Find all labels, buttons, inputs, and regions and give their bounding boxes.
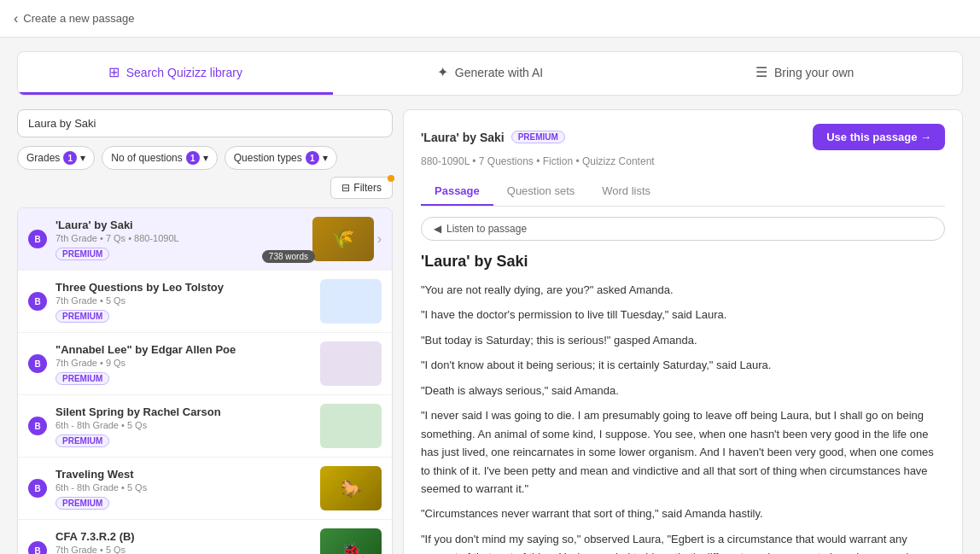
passage-tabs: Passage Question sets Word lists (421, 178, 945, 207)
passage-name: 'Laura' by Saki (421, 131, 505, 144)
listen-label: Listen to passage (446, 223, 527, 235)
passage-paragraph: "Circumstances never warrant that sort o… (421, 504, 945, 522)
premium-badge: PREMIUM (55, 248, 109, 260)
result-meta: 7th Grade • 7 Qs • 880-1090L (55, 233, 306, 243)
listen-icon: ◀ (434, 223, 441, 235)
left-panel: Grades 1 ▾ No of questions 1 ▾ Question … (17, 109, 393, 554)
questions-label: No of questions (111, 152, 182, 164)
list-item[interactable]: B Three Questions by Leo Tolstoy 7th Gra… (18, 271, 392, 333)
tab-passage-label: Passage (435, 184, 480, 197)
result-title: CFA 7.3.R.2 (B) (55, 530, 313, 543)
result-content: Three Questions by Leo Tolstoy 7th Grade… (55, 281, 313, 323)
top-bar-title: Create a new passage (23, 12, 134, 25)
tab-ai[interactable]: ✦ Generate with AI (333, 52, 648, 95)
result-content: Traveling West 6th - 8th Grade • 5 Qs PR… (55, 468, 313, 510)
premium-badge: PREMIUM (55, 497, 109, 510)
passage-paragraph: "I never said I was going to die. I am p… (421, 406, 945, 498)
grades-chevron: ▾ (80, 152, 85, 164)
result-title: "Annabel Lee" by Edgar Allen Poe (55, 343, 313, 356)
grades-label: Grades (26, 152, 60, 164)
result-title: Silent Spring by Rachel Carson (55, 405, 313, 418)
result-thumb: 🐞 (320, 528, 382, 554)
result-content: CFA 7.3.R.2 (B) 7th Grade • 5 Qs PREMIUM (55, 530, 313, 555)
list-item[interactable]: B CFA 7.3.R.2 (B) 7th Grade • 5 Qs PREMI… (18, 520, 392, 554)
library-tab-label: Search Quizizz library (126, 66, 242, 79)
result-icon: B (28, 417, 47, 435)
passage-paragraph: "I don't know about it being serious; it… (421, 356, 945, 374)
passage-content: 'Laura' by Saki "You are not really dyin… (421, 253, 945, 554)
passage-tab-word-lists[interactable]: Word lists (588, 178, 664, 206)
filters-label: Filters (353, 182, 382, 194)
premium-badge: PREMIUM (55, 434, 109, 447)
passage-tab-passage[interactable]: Passage (421, 178, 493, 206)
passage-paragraph: "Death is always serious," said Amanda. (421, 382, 945, 399)
premium-badge: PREMIUM (55, 310, 109, 323)
result-content: "Annabel Lee" by Edgar Allen Poe 7th Gra… (55, 343, 313, 385)
tabs-row: ⊞ Search Quizizz library ✦ Generate with… (17, 51, 963, 96)
tab-library[interactable]: ⊞ Search Quizizz library (18, 52, 333, 95)
result-arrow: › (377, 231, 382, 247)
filter-dot (388, 175, 394, 182)
search-box[interactable] (17, 109, 393, 137)
result-meta: 6th - 8th Grade • 5 Qs (55, 420, 313, 430)
tab-word-lists-label: Word lists (602, 184, 650, 197)
result-icon: B (28, 230, 47, 248)
passage-tab-question-sets[interactable]: Question sets (493, 178, 589, 206)
result-thumb: 🐎 (320, 466, 382, 510)
questions-badge: 1 (186, 151, 200, 165)
use-btn-label: Use this passage → (826, 131, 931, 143)
tab-question-sets-label: Question sets (507, 184, 575, 197)
listen-button[interactable]: ◀ Listen to passage (421, 217, 945, 241)
detail-premium-badge: PREMIUM (511, 131, 565, 143)
result-icon: B (28, 541, 47, 554)
ai-tab-label: Generate with AI (455, 66, 544, 79)
library-tab-icon: ⊞ (108, 64, 120, 80)
questions-chevron: ▾ (203, 152, 208, 164)
result-thumb (320, 341, 382, 386)
main-filters-button[interactable]: ⊟ Filters (330, 177, 393, 199)
filter-icon: ⊟ (341, 182, 350, 194)
passage-content-title: 'Laura' by Saki (421, 253, 945, 271)
result-title: Three Questions by Leo Tolstoy (55, 281, 313, 294)
passage-header: 'Laura' by Saki PREMIUM Use this passage… (421, 124, 945, 150)
list-item[interactable]: B 'Laura' by Saki 7th Grade • 7 Qs • 880… (18, 208, 392, 271)
results-list: B 'Laura' by Saki 7th Grade • 7 Qs • 880… (17, 207, 393, 554)
types-label: Question types (234, 152, 302, 164)
list-item[interactable]: B "Annabel Lee" by Edgar Allen Poe 7th G… (18, 333, 392, 395)
tab-own[interactable]: ☰ Bring your own (647, 52, 962, 95)
grades-badge: 1 (63, 151, 77, 165)
list-item[interactable]: B Traveling West 6th - 8th Grade • 5 Qs … (18, 458, 392, 520)
word-count-badge: 738 words (262, 250, 315, 263)
types-badge: 1 (306, 151, 319, 165)
result-meta: 7th Grade • 5 Qs (55, 545, 313, 555)
result-meta: 6th - 8th Grade • 5 Qs (55, 482, 313, 493)
search-input[interactable] (28, 117, 382, 130)
result-icon: B (28, 354, 47, 373)
use-passage-button[interactable]: Use this passage → (813, 124, 945, 150)
back-button[interactable]: ‹ Create a new passage (14, 11, 134, 26)
result-thumb (320, 279, 382, 324)
list-item[interactable]: B Silent Spring by Rachel Carson 6th - 8… (18, 395, 392, 458)
result-title: 'Laura' by Saki (55, 219, 306, 231)
passage-paragraph: "I have the doctor's permission to live … (421, 306, 945, 324)
questions-filter[interactable]: No of questions 1 ▾ (102, 146, 217, 170)
types-chevron: ▾ (323, 152, 328, 164)
result-content: Silent Spring by Rachel Carson 6th - 8th… (55, 405, 313, 447)
result-icon: B (28, 292, 47, 311)
passage-paragraph: "But today is Saturday; this is serious!… (421, 331, 945, 349)
passage-title-row: 'Laura' by Saki PREMIUM (421, 131, 565, 144)
passage-meta: 880-1090L • 7 Questions • Fiction • Quiz… (421, 155, 945, 167)
own-tab-icon: ☰ (755, 64, 767, 80)
result-thumb (320, 404, 382, 448)
own-tab-label: Bring your own (774, 66, 854, 79)
passage-paragraph: "You are not really dying, are you?" ask… (421, 281, 945, 299)
grades-filter[interactable]: Grades 1 ▾ (17, 146, 95, 170)
result-thumb: 🌾 (312, 217, 374, 261)
back-icon: ‹ (14, 11, 18, 26)
ai-tab-icon: ✦ (437, 64, 448, 80)
result-meta: 7th Grade • 9 Qs (55, 358, 313, 368)
filters-row: Grades 1 ▾ No of questions 1 ▾ Question … (17, 146, 393, 199)
right-panel: 'Laura' by Saki PREMIUM Use this passage… (403, 109, 963, 554)
types-filter[interactable]: Question types 1 ▾ (225, 146, 337, 170)
result-title: Traveling West (55, 468, 313, 481)
